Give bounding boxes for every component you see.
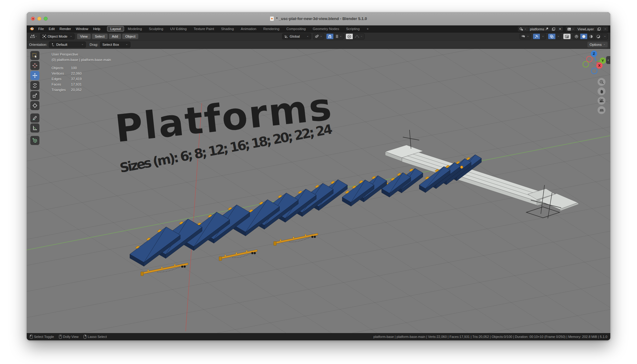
gizmo-minus-y-axis[interactable] — [583, 62, 589, 67]
workspace-tab-shading[interactable]: Shading — [218, 26, 237, 32]
object-menu[interactable]: Object — [122, 34, 138, 39]
close-window-button[interactable] — [31, 17, 35, 21]
show-overlays-toggle[interactable] — [548, 34, 556, 39]
topbar-right: ⌄ platforms ✕ — [517, 26, 608, 32]
scene-canvas[interactable]: Platforms Sizes (m): 6; 8; 12; 16; 18; 2… — [27, 49, 610, 333]
orientation-default-dropdown[interactable]: Default ⌄ — [49, 42, 86, 48]
menu-file[interactable]: File — [36, 25, 46, 32]
workspace-tab-uv-editing[interactable]: UV Editing — [167, 26, 190, 32]
annotate-pen-icon — [32, 115, 38, 121]
gizmo-settings-dropdown[interactable]: ⌄ — [540, 34, 546, 39]
workspace-tab-geometry-nodes[interactable]: Geometry Nodes — [309, 26, 342, 32]
workspace-tabs: Layout Modeling Sculpting UV Editing Tex… — [107, 26, 372, 32]
workspace-tab-texture-paint[interactable]: Texture Paint — [190, 26, 217, 32]
measure-tool[interactable] — [30, 123, 39, 133]
scale-tool[interactable] — [30, 91, 39, 100]
cursor-tool[interactable] — [30, 61, 39, 70]
menu-help[interactable]: Help — [91, 25, 103, 32]
menu-edit[interactable]: Edit — [46, 25, 57, 32]
pin-icon[interactable] — [545, 27, 548, 31]
unlink-scene-button[interactable]: ✕ — [557, 26, 563, 32]
stat-value: 22,060 — [71, 71, 82, 76]
select-menu[interactable]: Select — [92, 34, 108, 39]
gizmo-icon — [534, 35, 538, 39]
viewport-3d[interactable]: Platforms Sizes (m): 6; 8; 12; 16; 18; 2… — [27, 49, 610, 333]
proportional-falloff-dropdown[interactable]: ⌄ — [353, 34, 364, 39]
scene-type-dropdown[interactable]: ⌄ — [518, 26, 528, 32]
shading-dropdown[interactable]: ⌄ — [602, 34, 608, 39]
shading-material-button[interactable] — [588, 34, 595, 39]
snap-toggle[interactable] — [326, 34, 334, 39]
gizmo-minus-z-axis[interactable] — [592, 68, 597, 74]
view-menu[interactable]: View — [77, 34, 91, 39]
measure-icon — [32, 125, 38, 131]
view-layer-icon — [567, 27, 571, 31]
sidebar-collapse-arrow[interactable]: ‹ — [606, 56, 610, 64]
right-mouse-icon — [83, 335, 86, 339]
transform-tool[interactable] — [30, 101, 39, 110]
gizmo-minus-x-axis[interactable] — [587, 56, 592, 62]
remove-view-layer-button: ✕ — [603, 26, 608, 32]
workspace-tab-scripting[interactable]: Scripting — [343, 26, 363, 32]
options-dropdown[interactable]: Options ⌄ — [587, 42, 608, 48]
show-object-types-dropdown[interactable]: ⌄ — [520, 33, 531, 39]
menu-render[interactable]: Render — [57, 25, 73, 32]
add-cube-tool[interactable] — [30, 136, 39, 145]
workspace-tab-sculpting[interactable]: Sculpting — [146, 26, 167, 32]
proportional-edit-toggle[interactable] — [346, 34, 353, 39]
blender-logo-icon[interactable] — [29, 27, 34, 31]
zoom-view-button[interactable] — [598, 78, 605, 86]
toggle-perspective-button[interactable] — [598, 106, 605, 114]
duplicate-icon — [597, 27, 601, 31]
mode-label: Object Mode — [48, 35, 68, 38]
transform-snap-cluster: Global ⌄ ⌄ — [282, 33, 365, 39]
close-icon: ✕ — [604, 27, 607, 31]
shading-mode-group: ⌄ — [573, 33, 608, 39]
shading-rendered-button[interactable] — [595, 34, 602, 39]
workspace-tab-animation[interactable]: Animation — [238, 26, 260, 32]
annotate-tool[interactable] — [30, 113, 39, 123]
workspace-tab-layout[interactable]: Layout — [107, 26, 124, 32]
scene-name-field[interactable]: platforms — [528, 26, 550, 32]
view-layer-dropdown[interactable]: ⌄ — [566, 26, 576, 32]
new-view-layer-button[interactable] — [596, 26, 603, 32]
drag-dropdown[interactable]: Select Box ⌄ — [100, 42, 130, 48]
solid-shading-icon — [582, 35, 586, 39]
new-scene-button[interactable] — [550, 26, 557, 32]
transform-orientation-dropdown[interactable]: Global ⌄ — [282, 33, 311, 39]
menu-window[interactable]: Window — [73, 25, 91, 32]
editor-type-selector[interactable]: ⌄ — [29, 33, 39, 39]
shading-wireframe-button[interactable] — [573, 34, 580, 39]
overlays-settings-dropdown[interactable]: ⌄ — [556, 34, 561, 39]
titlebar[interactable]: * _usc-plat-for-new-3d-view.blend - Blen… — [27, 12, 610, 25]
stat-value: 37,419 — [71, 76, 82, 82]
rotate-tool[interactable] — [30, 81, 39, 90]
scene-statistics: Objects100 Vertices22,060 Edges37,419 Fa… — [52, 65, 111, 93]
camera-view-button[interactable] — [598, 97, 605, 105]
minimize-window-button[interactable] — [37, 17, 41, 21]
workspace-tab-rendering[interactable]: Rendering — [260, 26, 283, 32]
workspace-tab-compositing[interactable]: Compositing — [283, 26, 309, 32]
pan-view-button[interactable] — [598, 87, 605, 95]
object-origin-dot[interactable] — [460, 166, 463, 169]
shading-solid-button[interactable] — [580, 34, 588, 39]
xray-toggle[interactable] — [563, 33, 571, 39]
hint-label: Lasso Select — [88, 335, 107, 339]
select-box-tool[interactable] — [30, 51, 39, 60]
add-workspace-button[interactable]: + — [363, 26, 372, 32]
mode-dropdown[interactable]: Object Mode ⌄ — [40, 33, 75, 39]
add-menu[interactable]: Add — [109, 34, 121, 39]
snap-settings-dropdown[interactable]: ⌄ — [334, 34, 344, 39]
pivot-point-dropdown[interactable]: ⌄ — [313, 33, 324, 39]
tool-shelf — [30, 51, 39, 145]
proportional-edit-icon — [347, 35, 351, 39]
drag-value: Select Box — [103, 43, 124, 46]
duplicate-icon — [552, 27, 555, 31]
stat-label: Faces — [52, 82, 71, 87]
show-gizmo-toggle[interactable] — [533, 34, 540, 39]
workspace-tab-modeling[interactable]: Modeling — [124, 26, 145, 32]
zoom-window-button[interactable] — [44, 17, 48, 21]
gizmos-group: ⌄ — [533, 33, 546, 39]
view-layer-name[interactable]: ViewLayer — [576, 26, 596, 32]
move-tool[interactable] — [30, 71, 39, 80]
